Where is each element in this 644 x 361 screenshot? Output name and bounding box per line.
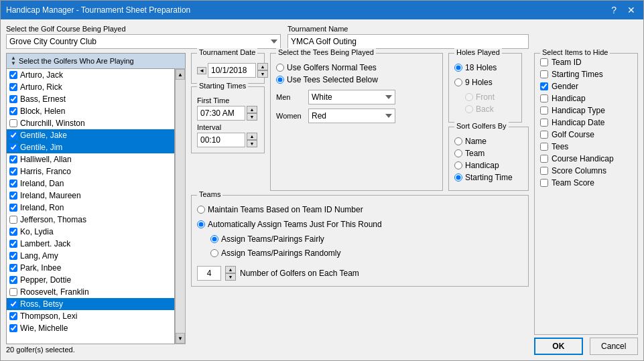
golfer-checkbox[interactable] (9, 240, 17, 248)
first-time-down[interactable]: ▼ (247, 113, 257, 121)
golfer-checkbox[interactable] (9, 179, 17, 188)
list-item[interactable]: Arturo, Jack (7, 69, 174, 81)
golfer-checkbox[interactable] (9, 83, 17, 91)
first-time-up[interactable]: ▲ (247, 106, 257, 113)
golfer-checkbox[interactable] (9, 300, 17, 308)
list-item[interactable]: Churchill, Winston (7, 117, 174, 129)
golfer-checkbox[interactable] (9, 95, 17, 103)
hide-item-checkbox[interactable] (540, 167, 548, 175)
interval-input[interactable] (197, 133, 245, 147)
golfer-checkbox[interactable] (9, 192, 17, 200)
course-select[interactable]: Grove City Country Club (6, 34, 281, 49)
list-item[interactable]: Ross, Betsy (7, 298, 174, 310)
hide-item-checkbox[interactable] (540, 119, 548, 127)
holes-front-radio[interactable] (465, 93, 473, 101)
number-input[interactable] (197, 266, 221, 281)
tees-radio2[interactable] (276, 76, 284, 84)
scrollbar[interactable]: ▲ ▼ (175, 68, 186, 344)
sort-down-icon[interactable]: ▼ (11, 61, 16, 66)
list-item[interactable]: Roosevelt, Franklin (7, 286, 174, 298)
hide-item-label: Gender (552, 82, 578, 91)
number-up-btn[interactable]: ▲ (225, 266, 236, 273)
list-item[interactable]: Ko, Lydia (7, 226, 174, 238)
tees-radio2-row: Use Tees Selected Below (276, 75, 437, 84)
list-item[interactable]: Wie, Michelle (7, 322, 174, 334)
list-item[interactable]: Gentile, Jake (7, 129, 174, 141)
golfer-checkbox[interactable] (9, 107, 17, 115)
hide-item-checkbox[interactable] (540, 70, 548, 78)
teams-fairly-radio[interactable] (210, 235, 218, 243)
golfer-checkbox[interactable] (9, 143, 17, 151)
list-item[interactable]: Block, Helen (7, 105, 174, 117)
tournament-name-input[interactable] (287, 34, 529, 49)
date-down-btn[interactable]: ▼ (257, 70, 268, 78)
date-nav-left[interactable]: ◄ (197, 67, 206, 74)
sort-startingtime-radio[interactable] (454, 173, 462, 182)
golfer-checkbox[interactable] (9, 204, 17, 212)
holes-18-radio[interactable] (454, 64, 462, 72)
men-tees-select[interactable]: WhiteBlueRed (308, 90, 395, 104)
teams-randomly-radio[interactable] (210, 249, 218, 257)
hide-item-checkbox[interactable] (540, 179, 548, 187)
sort-name-radio[interactable] (454, 137, 462, 145)
sort-arrows[interactable]: ▲ ▼ (11, 56, 16, 66)
list-item[interactable]: Ireland, Dan (7, 177, 174, 190)
sort-handicap-radio[interactable] (454, 161, 462, 169)
list-item[interactable]: Ireland, Maureen (7, 190, 174, 202)
golfer-checkbox[interactable] (9, 71, 17, 79)
date-input[interactable] (208, 63, 256, 78)
golfer-checkbox[interactable] (9, 228, 17, 236)
list-item[interactable]: Park, Inbee (7, 262, 174, 274)
list-item[interactable]: Lambert. Jack (7, 238, 174, 250)
list-item[interactable]: Pepper, Dottie (7, 274, 174, 286)
hide-item-checkbox[interactable] (540, 82, 548, 90)
list-item[interactable]: Bass, Ernest (7, 93, 174, 105)
golfer-checkbox[interactable] (9, 276, 17, 284)
list-item[interactable]: Harris, Franco (7, 165, 174, 177)
teams-maintain-radio[interactable] (197, 206, 205, 214)
hide-item-checkbox[interactable] (540, 131, 548, 139)
cancel-button[interactable]: Cancel (590, 338, 638, 355)
hide-item-checkbox[interactable] (540, 94, 548, 102)
women-tees-select[interactable]: RedWhiteBlue (308, 109, 395, 123)
first-time-input[interactable] (197, 106, 245, 121)
golfer-checkbox[interactable] (9, 119, 17, 127)
golfer-checkbox[interactable] (9, 288, 17, 296)
scroll-down-icon[interactable]: ▼ (176, 333, 185, 344)
number-down-btn[interactable]: ▼ (225, 273, 236, 281)
close-button[interactable]: ✕ (625, 5, 638, 15)
golfer-checkbox[interactable] (9, 167, 17, 175)
sort-team-radio[interactable] (454, 149, 462, 157)
golfer-listbox[interactable]: Arturo, JackArturo, RickBass, ErnestBloc… (6, 68, 175, 344)
golfer-checkbox[interactable] (9, 312, 17, 320)
list-item[interactable]: Lang, Amy (7, 250, 174, 262)
golfer-checkbox[interactable] (9, 324, 17, 332)
golfer-checkbox[interactable] (9, 216, 17, 224)
hide-item-checkbox[interactable] (540, 143, 548, 151)
hide-item-checkbox[interactable] (540, 155, 548, 163)
golfer-checkbox[interactable] (9, 131, 17, 139)
holes-9-radio[interactable] (454, 78, 462, 86)
list-item[interactable]: Thompson, Lexi (7, 310, 174, 322)
holes-back-radio[interactable] (465, 105, 473, 113)
date-up-btn[interactable]: ▲ (257, 63, 268, 70)
ok-button[interactable]: OK (534, 338, 583, 355)
interval-down[interactable]: ▼ (247, 140, 257, 147)
tees-radio1[interactable] (276, 64, 284, 72)
golfer-name: Ireland, Maureen (20, 191, 81, 200)
hide-item-checkbox[interactable] (540, 106, 548, 115)
golfer-checkbox[interactable] (9, 155, 17, 163)
list-item[interactable]: Gentile, Jim (7, 141, 174, 153)
scroll-up-icon[interactable]: ▲ (176, 69, 185, 80)
list-item[interactable]: Halliwell, Allan (7, 153, 174, 165)
sort-team-row: Team (454, 149, 523, 158)
golfer-checkbox[interactable] (9, 252, 17, 260)
list-item[interactable]: Ireland, Ron (7, 202, 174, 214)
list-item[interactable]: Jefferson, Thomas (7, 214, 174, 226)
hide-item-checkbox[interactable] (540, 58, 548, 66)
golfer-checkbox[interactable] (9, 264, 17, 272)
interval-up[interactable]: ▲ (247, 133, 257, 140)
teams-auto-radio[interactable] (197, 220, 205, 228)
list-item[interactable]: Arturo, Rick (7, 81, 174, 93)
help-button[interactable]: ? (608, 5, 619, 15)
